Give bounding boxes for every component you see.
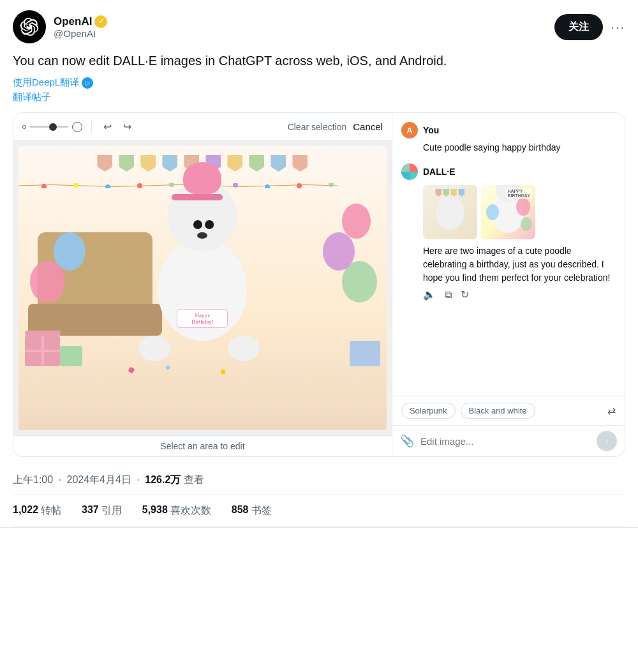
- repost-count: 1,022: [13, 504, 38, 518]
- svg-point-2: [105, 184, 110, 188]
- send-button[interactable]: ↑: [597, 431, 617, 451]
- editor-image-wrapper[interactable]: HappyBirthday!: [13, 141, 392, 435]
- dalle-scene-1: [423, 185, 477, 239]
- dalle-generated-image-2[interactable]: HAPPYBIRTHDAY: [481, 185, 535, 239]
- banner-flag-3: [140, 155, 156, 172]
- attach-button[interactable]: 📎: [400, 434, 414, 448]
- undo-button[interactable]: ↩: [101, 119, 114, 134]
- chat-input-bar: 📎 ↑: [392, 425, 625, 456]
- poodle-eye-left: [193, 220, 202, 229]
- poodle-paw-right: [228, 336, 260, 361]
- editor-caption: Select an area to edit: [13, 435, 392, 456]
- svg-point-3: [137, 183, 142, 188]
- editor-toolbar: ↩ ↪ Clear selection Cancel: [13, 113, 392, 141]
- tweet-time: 上午1:00: [13, 474, 53, 485]
- cancel-button[interactable]: Cancel: [353, 121, 383, 132]
- tweet-views-label: 查看: [184, 474, 204, 485]
- repost-label: 转帖: [41, 504, 61, 518]
- dalle-generated-image-1[interactable]: [423, 185, 477, 239]
- chat-messages: A You Cute poodle saying happy birthday …: [392, 113, 625, 396]
- translate-deepl-text: 使用DeepL翻译: [13, 77, 79, 89]
- clear-selection-button[interactable]: Clear selection: [288, 122, 347, 132]
- message-actions: 🔈 ⧉ ↻: [401, 288, 616, 301]
- svg-point-7: [265, 184, 270, 188]
- tweet-meta: 上午1:00 · 2024年4月4日 · 126.2万 查看: [13, 466, 625, 495]
- balloon-pink-right-2: [342, 204, 371, 239]
- balloon-pink-left: [30, 261, 65, 302]
- chat-input[interactable]: [420, 436, 590, 447]
- user-message: A You Cute poodle saying happy birthday: [401, 122, 616, 154]
- brush-slider-thumb: [49, 123, 57, 131]
- bookmarks-label: 书签: [251, 504, 272, 518]
- user-message-text: Cute poodle saying happy birthday: [401, 141, 616, 154]
- dalle-scene-2: HAPPYBIRTHDAY: [481, 185, 535, 239]
- likes-count: 5,938: [142, 504, 168, 518]
- volume-button[interactable]: 🔈: [423, 288, 436, 301]
- tweet-text: You can now edit DALL·E images in ChatGP…: [13, 51, 625, 70]
- dalle-avatar: [401, 163, 418, 180]
- follow-button[interactable]: 关注: [554, 14, 603, 40]
- user-avatar: A: [401, 122, 418, 138]
- avatar[interactable]: [13, 10, 46, 43]
- banner-flag-8: [249, 155, 264, 172]
- dot-1: ·: [59, 474, 61, 485]
- happy-birthday-sign: HappyBirthday!: [177, 309, 228, 328]
- account-handle: @OpenAI: [54, 28, 107, 39]
- svg-point-4: [169, 183, 174, 187]
- verified-badge: ✓: [94, 15, 107, 28]
- editor-image[interactable]: HappyBirthday!: [19, 146, 387, 430]
- brush-size-slider[interactable]: [30, 126, 68, 128]
- dalle-message-text: Here are two images of a cute poodle cel…: [401, 244, 616, 285]
- more-options-button[interactable]: ···: [611, 20, 625, 34]
- editor-panel: ↩ ↪ Clear selection Cancel: [13, 113, 392, 456]
- likes-label: 喜欢次数: [170, 504, 211, 518]
- svg-point-1: [73, 183, 78, 188]
- account-name: OpenAI ✓: [54, 15, 107, 28]
- repost-stat[interactable]: 1,022 转帖: [13, 504, 61, 518]
- banner-flag-1: [97, 155, 112, 172]
- toolbar-divider: [91, 121, 92, 133]
- poodle-paw-left: [138, 336, 170, 361]
- header-right: 关注 ···: [554, 14, 625, 40]
- brush-control: [22, 122, 82, 132]
- confetti-1: [128, 367, 135, 374]
- redo-button[interactable]: ↪: [121, 119, 134, 134]
- translate-deepl-link[interactable]: 使用DeepL翻译: [13, 77, 625, 89]
- refresh-button[interactable]: ↻: [461, 288, 469, 301]
- confetti-3: [221, 369, 226, 375]
- dalle-sender: DALL·E: [423, 167, 456, 177]
- style-tag-solarpunk[interactable]: Solarpunk: [401, 403, 456, 419]
- account-info: OpenAI ✓ @OpenAI: [54, 15, 107, 39]
- poodle-nose: [197, 232, 207, 239]
- balloon-purple-right: [323, 232, 355, 271]
- poodle-hat: [183, 162, 221, 194]
- brush-size-small-icon: [22, 125, 26, 129]
- quote-stat[interactable]: 337 引用: [82, 504, 122, 518]
- bookmarks-stat[interactable]: 858 书签: [232, 504, 272, 518]
- likes-stat[interactable]: 5,938 喜欢次数: [142, 504, 211, 518]
- copy-button[interactable]: ⧉: [445, 288, 452, 301]
- chat-panel: A You Cute poodle saying happy birthday …: [392, 113, 625, 456]
- style-tag-black-and-white[interactable]: Black and white: [461, 403, 535, 419]
- quote-count: 337: [82, 504, 99, 518]
- banner-flag-10: [292, 155, 308, 172]
- tweet-date: 2024年4月4日: [67, 474, 131, 485]
- banner-flag-7: [227, 155, 242, 172]
- tweet-header: OpenAI ✓ @OpenAI 关注 ···: [13, 10, 625, 43]
- balloon-blue-left: [54, 232, 85, 271]
- translate-post-button[interactable]: 翻译帖子: [13, 91, 625, 103]
- poodle-hat-brim: [172, 194, 223, 200]
- shuffle-button[interactable]: ⇄: [607, 403, 616, 419]
- poodle-scene: HappyBirthday!: [19, 146, 387, 430]
- quote-label: 引用: [101, 504, 122, 518]
- stats-row: 1,022 转帖 337 引用 5,938 喜欢次数 858 书签: [13, 495, 625, 527]
- user-message-header: A You: [401, 122, 616, 138]
- svg-point-9: [329, 183, 334, 187]
- poodle-eye-right: [205, 220, 214, 229]
- name-text: OpenAI: [54, 15, 92, 28]
- user-sender: You: [423, 125, 439, 135]
- tweet-views-count: 126.2万: [145, 474, 181, 485]
- deepl-icon: [82, 77, 93, 89]
- brush-size-large-icon: [72, 122, 82, 132]
- banner-flag-2: [119, 155, 134, 172]
